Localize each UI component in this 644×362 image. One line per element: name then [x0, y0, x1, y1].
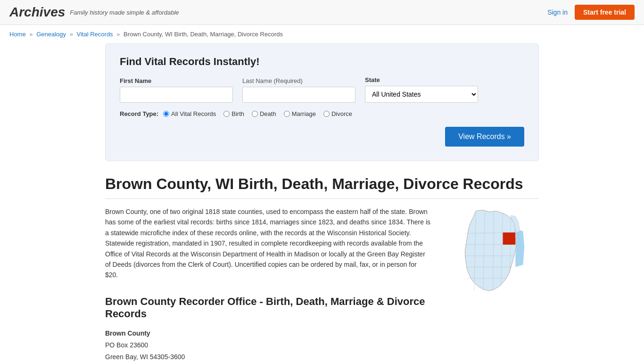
radio-death-input[interactable] [252, 111, 258, 117]
wi-state-shape [465, 210, 525, 291]
page-title: Brown County, WI Birth, Death, Marriage,… [105, 175, 539, 199]
site-header: Archives Family history made simple & af… [0, 0, 644, 25]
radio-divorce-label: Divorce [331, 110, 352, 117]
breadcrumb-genealogy[interactable]: Genealogy [36, 31, 66, 38]
office-address1: PO Box 23600 [105, 339, 430, 351]
intro-paragraph: Brown County, one of two original 1818 s… [105, 206, 430, 280]
radio-marriage-input[interactable] [284, 111, 290, 117]
first-name-input[interactable] [120, 87, 233, 103]
view-records-button[interactable]: View Records » [445, 127, 524, 147]
office-name: Brown County [105, 329, 150, 337]
last-name-input[interactable] [242, 87, 355, 103]
state-select[interactable]: All United States [365, 86, 478, 103]
breadcrumb-sep-2: » [70, 31, 73, 38]
record-type-row: Record Type: All Vital Records Birth Dea… [120, 110, 524, 117]
breadcrumb-vital-records[interactable]: Vital Records [77, 31, 113, 38]
content-area: Brown County, one of two original 1818 s… [105, 206, 539, 362]
search-box: Find Vital Records Instantly! First Name… [105, 43, 539, 161]
record-type-label: Record Type: [120, 110, 158, 117]
breadcrumb-current: Brown County, WI Birth, Death, Marriage,… [124, 31, 283, 38]
state-label: State [365, 76, 478, 83]
breadcrumb: Home » Genealogy » Vital Records » Brown… [0, 25, 644, 43]
radio-birth-label: Birth [231, 110, 244, 117]
last-name-label: Last Name (Required) [242, 77, 355, 84]
signin-link[interactable]: Sign in [547, 8, 568, 16]
logo: Archives [9, 5, 65, 20]
main-content: Find Vital Records Instantly! First Name… [96, 43, 548, 362]
state-group: State All United States [365, 76, 478, 103]
radio-divorce-input[interactable] [323, 111, 330, 117]
header-left: Archives Family history made simple & af… [9, 5, 179, 20]
radio-death[interactable]: Death [252, 110, 276, 117]
header-right: Sign in Start free trial [547, 5, 635, 20]
radio-divorce[interactable]: Divorce [323, 110, 352, 117]
office-info: Brown County PO Box 23600 Green Bay, WI … [105, 328, 430, 362]
search-fields: First Name Last Name (Required) State Al… [120, 76, 524, 103]
content-text: Brown County, one of two original 1818 s… [105, 206, 430, 362]
radio-all-vital-label: All Vital Records [171, 110, 216, 117]
search-title: Find Vital Records Instantly! [120, 56, 524, 68]
recorder-office-title: Brown County Recorder Office - Birth, De… [105, 292, 430, 320]
breadcrumb-sep-1: » [29, 31, 33, 38]
wisconsin-map [445, 206, 534, 301]
radio-birth[interactable]: Birth [223, 110, 244, 117]
first-name-group: First Name [120, 77, 233, 103]
logo-tagline: Family history made simple & affordable [70, 9, 179, 16]
radio-marriage-label: Marriage [292, 110, 316, 117]
radio-all-vital-input[interactable] [163, 111, 169, 117]
breadcrumb-home[interactable]: Home [9, 31, 26, 38]
first-name-label: First Name [120, 77, 233, 84]
last-name-group: Last Name (Required) [242, 77, 355, 103]
start-trial-button[interactable]: Start free trial [575, 5, 635, 20]
radio-birth-input[interactable] [223, 111, 230, 117]
breadcrumb-sep-3: » [116, 31, 120, 38]
radio-all-vital[interactable]: All Vital Records [163, 110, 216, 117]
btn-row: View Records » [120, 127, 524, 147]
brown-county [503, 232, 516, 245]
office-address2: Green Bay, WI 54305-3600 [105, 351, 430, 362]
radio-marriage[interactable]: Marriage [284, 110, 316, 117]
map-container [445, 206, 539, 362]
radio-death-label: Death [260, 110, 276, 117]
